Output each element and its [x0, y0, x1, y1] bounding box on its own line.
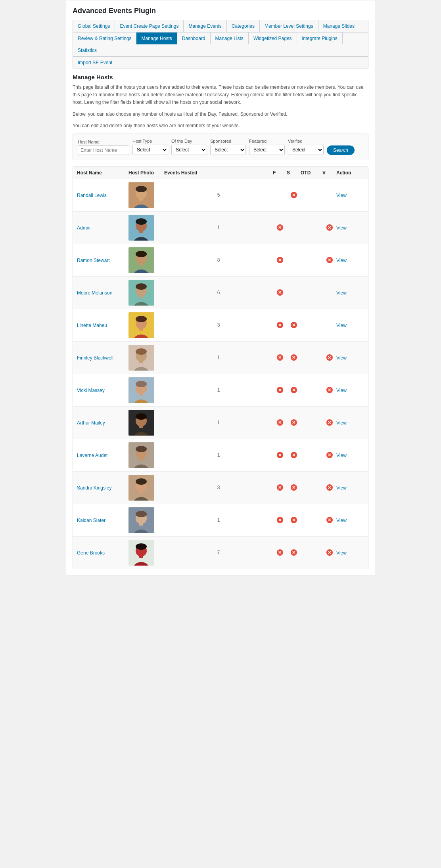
- action-cell: View: [336, 517, 364, 523]
- table-row: Ramon Stewart 8✕✕View: [73, 244, 368, 277]
- action-cell: View: [336, 550, 364, 556]
- view-link[interactable]: View: [336, 355, 347, 361]
- nav-tab-manage-hosts[interactable]: Manage Hosts: [136, 33, 177, 44]
- host-photo: [128, 280, 154, 306]
- sponsored-select[interactable]: Select: [210, 145, 246, 155]
- search-button[interactable]: Search: [327, 145, 355, 155]
- host-name-link[interactable]: Moore Melanson: [77, 290, 112, 296]
- svg-rect-9: [139, 230, 143, 233]
- plugin-title: Advanced Events Plugin: [73, 7, 368, 15]
- featured-select[interactable]: Select: [249, 145, 285, 155]
- host-name-cell: Admin: [77, 225, 128, 231]
- host-name-link[interactable]: Linette Maheu: [77, 323, 107, 328]
- svg-point-38: [136, 413, 147, 420]
- x-icon: ✕: [277, 354, 283, 361]
- view-link[interactable]: View: [336, 420, 347, 426]
- nav-tab-manage-events[interactable]: Manage Events: [184, 20, 226, 32]
- host-name-link[interactable]: Randall Lewis: [77, 193, 107, 198]
- featured-label: Featured: [249, 139, 285, 143]
- view-link[interactable]: View: [336, 290, 347, 296]
- host-name-cell: Arthur Mailey: [77, 420, 128, 426]
- events-count: 7: [164, 550, 273, 555]
- x-icon: ✕: [277, 419, 283, 426]
- host-photo-cell: [128, 507, 164, 533]
- nav-tab-manage-slides[interactable]: Manage Slides: [318, 20, 359, 32]
- host-photo: [128, 377, 154, 403]
- view-link[interactable]: View: [336, 258, 347, 263]
- events-count: 3: [164, 322, 273, 328]
- x-icon: ✕: [326, 354, 333, 361]
- verified-icon-cell: ✕: [322, 484, 336, 491]
- events-count: 1: [164, 420, 273, 425]
- host-photo: [128, 182, 154, 208]
- svg-point-13: [136, 251, 147, 257]
- col-events-hosted: Events Hosted: [164, 170, 273, 176]
- nav-tab-global-settings[interactable]: Global Settings: [73, 20, 115, 32]
- host-photo-cell: [128, 280, 164, 306]
- view-link[interactable]: View: [336, 388, 347, 393]
- host-name-link[interactable]: Gene Brooks: [77, 550, 105, 556]
- verified-icon-cell: ✕: [322, 354, 336, 361]
- nav-tab-integrate-plugins[interactable]: Integrate Plugins: [297, 33, 343, 44]
- host-name-cell: Moore Melanson: [77, 290, 128, 296]
- nav-tab-dashboard[interactable]: Dashboard: [177, 33, 211, 44]
- nav-tab-manage-lists[interactable]: Manage Lists: [211, 33, 249, 44]
- svg-point-28: [136, 348, 147, 355]
- host-name-field: Host Name: [78, 140, 129, 155]
- host-name-link[interactable]: Kaidan Slater: [77, 518, 105, 523]
- description-3: You can edit and delete only those hosts…: [73, 122, 368, 130]
- col-action: Action: [336, 170, 364, 176]
- svg-point-18: [136, 283, 147, 290]
- host-name-link[interactable]: Ramon Stewart: [77, 258, 110, 263]
- sponsored-icon-cell: ✕: [287, 549, 301, 556]
- host-name-link[interactable]: Finnley Blackwell: [77, 355, 113, 361]
- host-photo-cell: [128, 215, 164, 241]
- nav-tab-event-create-page-settings[interactable]: Event Create Page Settings: [115, 20, 184, 32]
- action-cell: View: [336, 192, 364, 198]
- x-icon: ✕: [291, 484, 297, 491]
- x-icon: ✕: [277, 452, 283, 458]
- sponsored-label: Sponsored: [210, 139, 246, 143]
- svg-point-43: [136, 446, 147, 452]
- verified-select[interactable]: Select: [288, 145, 324, 155]
- host-name-link[interactable]: Vicki Massey: [77, 388, 105, 393]
- of-day-select[interactable]: Select: [171, 145, 207, 155]
- nav-tab-categories[interactable]: Categories: [227, 20, 260, 32]
- table-row: Linette Maheu 3✕✕View: [73, 309, 368, 342]
- view-link[interactable]: View: [336, 225, 347, 231]
- featured-icon-cell: ✕: [273, 484, 287, 491]
- host-type-field: Host Type Select: [132, 139, 168, 155]
- nav-tab-import-se-event[interactable]: Import SE Event: [73, 57, 117, 69]
- view-link[interactable]: View: [336, 453, 347, 458]
- host-name-link[interactable]: Arthur Mailey: [77, 420, 105, 426]
- verified-icon-cell: ✕: [322, 517, 336, 523]
- host-photo: [128, 540, 154, 566]
- events-count: 1: [164, 355, 273, 360]
- view-link[interactable]: View: [336, 323, 347, 328]
- svg-rect-54: [139, 522, 143, 526]
- svg-point-48: [136, 478, 147, 485]
- host-name-input[interactable]: [78, 145, 129, 155]
- nav-tab-widgetized-pages[interactable]: Widgetized Pages: [249, 33, 297, 44]
- x-icon: ✕: [277, 549, 283, 556]
- nav-tab-review-&-rating-settings[interactable]: Review & Rating Settings: [73, 33, 136, 44]
- nav-tab-statistics[interactable]: Statistics: [73, 44, 102, 56]
- table-row: Finnley Blackwell 1✕✕✕View: [73, 342, 368, 374]
- view-link[interactable]: View: [336, 518, 347, 523]
- svg-point-23: [136, 316, 147, 322]
- host-type-select[interactable]: Select: [132, 145, 168, 155]
- verified-icon-cell: ✕: [322, 257, 336, 263]
- x-icon: ✕: [326, 549, 333, 556]
- x-icon: ✕: [291, 419, 297, 426]
- host-name-link[interactable]: Laverne Audet: [77, 453, 107, 458]
- host-name-link[interactable]: Admin: [77, 225, 90, 231]
- events-count: 6: [164, 290, 273, 295]
- x-icon: ✕: [326, 419, 333, 426]
- view-link[interactable]: View: [336, 485, 347, 491]
- nav-tab-member-level-settings[interactable]: Member Level Settings: [260, 20, 318, 32]
- host-name-link[interactable]: Sandra Kingsley: [77, 485, 111, 491]
- view-link[interactable]: View: [336, 193, 347, 198]
- view-link[interactable]: View: [336, 550, 347, 556]
- action-cell: View: [336, 355, 364, 361]
- sponsored-icon-cell: ✕: [287, 484, 301, 491]
